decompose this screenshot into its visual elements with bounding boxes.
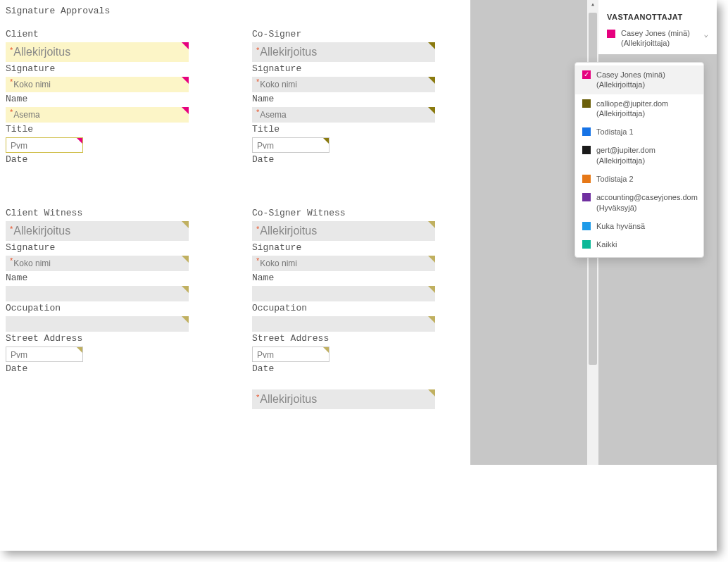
client-witness-signature-field[interactable]: *Allekirjoitus	[6, 221, 189, 241]
recipients-panel: VASTAANOTTAJAT Casey Jones (minä) (Allek…	[598, 0, 717, 54]
cosigner-date-field[interactable]: Pvm	[252, 137, 330, 153]
field-label: Pvm	[257, 350, 274, 360]
client-witness-column: Client Witness *Allekirjoitus Signature …	[6, 206, 189, 411]
dd-name: Casey Jones (minä)	[596, 70, 665, 79]
client-date-field[interactable]: Pvm	[6, 137, 83, 153]
cosigner-header: Co-Signer	[252, 29, 435, 39]
field-label: Allekirjoitus	[13, 46, 70, 58]
name-caption: Name	[6, 273, 189, 283]
color-swatch	[582, 146, 591, 154]
dropdown-item-calliope[interactable]: calliope@jupiter.dom (Allekirjoittaja)	[575, 94, 703, 123]
field-label: Allekirjoitus	[260, 393, 317, 405]
recipient-color-swatch	[607, 30, 615, 38]
client-name-field[interactable]: *Koko nimi	[6, 77, 189, 92]
document-canvas: Signature Approvals Client *Allekirjoitu…	[6, 6, 470, 411]
recipients-dropdown[interactable]: Casey Jones (minä) (Allekirjoittaja) cal…	[575, 62, 704, 258]
occupation-caption: Occupation	[6, 303, 189, 313]
dd-name: Todistaja 2	[596, 175, 634, 183]
street-caption: Street Address	[252, 333, 435, 344]
dropdown-item-todistaja1[interactable]: Todistaja 1	[575, 123, 703, 141]
dd-role: (Hyväksyjä)	[596, 203, 698, 213]
required-icon: *	[10, 46, 13, 54]
name-caption: Name	[252, 94, 435, 104]
cosigner-name-field[interactable]: *Koko nimi	[252, 77, 435, 92]
required-icon: *	[256, 225, 259, 233]
dd-role: (Allekirjoittaja)	[596, 156, 655, 166]
field-label: Koko nimi	[13, 80, 51, 89]
field-label: Koko nimi	[260, 258, 297, 268]
color-swatch	[582, 193, 591, 201]
cosigner-witness-date-field[interactable]: Pvm	[252, 346, 330, 362]
cosigner-witness-occupation-field[interactable]	[252, 316, 435, 332]
field-label: Koko nimi	[260, 80, 297, 89]
dd-role: (Allekirjoittaja)	[596, 80, 665, 89]
client-header: Client	[6, 29, 189, 39]
cosigner-witness-name-field[interactable]: *Koko nimi	[252, 256, 435, 271]
dd-name: Kuka hyvänsä	[596, 222, 645, 230]
required-icon: *	[256, 108, 259, 116]
required-icon: *	[256, 393, 259, 401]
required-icon: *	[10, 256, 13, 265]
dropdown-item-gert[interactable]: gert@jupiter.dom (Allekirjoittaja)	[575, 141, 703, 170]
dd-name: Kaikki	[596, 240, 617, 249]
field-label: Asema	[260, 110, 286, 120]
cosigner-witness-signature-field[interactable]: *Allekirjoitus	[252, 221, 435, 241]
color-swatch	[582, 240, 591, 249]
field-label: Asema	[13, 110, 39, 120]
color-swatch	[582, 175, 591, 183]
field-label: Pvm	[257, 141, 274, 151]
field-label: Koko nimi	[13, 258, 51, 268]
required-icon: *	[256, 77, 259, 86]
field-label: Allekirjoitus	[13, 225, 70, 237]
client-witness-occupation-field[interactable]	[6, 316, 189, 332]
current-recipient-role: (Allekirjoittaja)	[621, 39, 670, 47]
client-witness-header: Client Witness	[6, 208, 189, 218]
client-title-field[interactable]: *Asema	[6, 107, 189, 123]
recipients-header: VASTAANOTTAJAT	[607, 13, 708, 21]
cosigner-witness-column: Co-Signer Witness *Allekirjoitus Signatu…	[252, 206, 435, 411]
required-icon: *	[10, 77, 13, 86]
dropdown-item-casey-jones[interactable]: Casey Jones (minä) (Allekirjoittaja)	[575, 65, 703, 94]
client-witness-name-field[interactable]: *Koko nimi	[6, 256, 189, 271]
client-signature-field[interactable]: *Allekirjoitus	[6, 42, 189, 62]
dd-name: gert@jupiter.dom	[596, 146, 655, 154]
current-recipient-selector[interactable]: Casey Jones (minä) (Allekirjoittaja) ⌄	[607, 28, 708, 49]
dd-name: calliope@jupiter.dom	[596, 99, 668, 108]
client-witness-blank-field[interactable]	[6, 286, 189, 301]
field-label: Allekirjoitus	[260, 46, 317, 58]
extra-signature-field[interactable]: *Allekirjoitus	[252, 389, 435, 409]
page-title: Signature Approvals	[6, 6, 470, 16]
required-icon: *	[10, 108, 13, 116]
occupation-caption: Occupation	[252, 303, 435, 313]
dd-role: (Allekirjoittaja)	[596, 108, 668, 118]
dropdown-item-accounting[interactable]: accounting@caseyjones.dom (Hyväksyjä)	[575, 188, 703, 217]
cosigner-witness-header: Co-Signer Witness	[252, 208, 435, 218]
date-caption: Date	[252, 363, 435, 374]
client-witness-date-field[interactable]: Pvm	[6, 346, 83, 362]
dropdown-item-all[interactable]: Kaikki	[575, 235, 703, 254]
field-label: Allekirjoitus	[260, 225, 317, 237]
signature-caption: Signature	[252, 63, 435, 74]
required-icon: *	[256, 46, 259, 54]
dd-name: accounting@caseyjones.dom	[596, 193, 698, 201]
field-label: Pvm	[11, 350, 27, 360]
street-caption: Street Address	[6, 333, 189, 344]
dropdown-item-todistaja2[interactable]: Todistaja 2	[575, 170, 703, 188]
cosigner-title-field[interactable]: *Asema	[252, 107, 435, 123]
title-caption: Title	[252, 124, 435, 135]
date-caption: Date	[252, 154, 435, 165]
signature-caption: Signature	[252, 242, 435, 253]
check-icon	[582, 70, 591, 79]
cosigner-signature-field[interactable]: *Allekirjoitus	[252, 42, 435, 62]
color-swatch	[582, 127, 591, 136]
scroll-up-button[interactable]: ▴	[587, 0, 598, 11]
current-recipient-text: Casey Jones (minä) (Allekirjoittaja)	[621, 28, 690, 49]
dd-name: Todistaja 1	[596, 127, 634, 136]
signature-caption: Signature	[6, 242, 189, 253]
cosigner-witness-blank-field[interactable]	[252, 286, 435, 301]
signature-caption: Signature	[6, 63, 189, 74]
date-caption: Date	[6, 363, 189, 374]
dropdown-item-anyone[interactable]: Kuka hyvänsä	[575, 217, 703, 235]
chevron-down-icon: ⌄	[703, 30, 708, 39]
cosigner-column: Co-Signer *Allekirjoitus Signature *Koko…	[252, 27, 435, 168]
